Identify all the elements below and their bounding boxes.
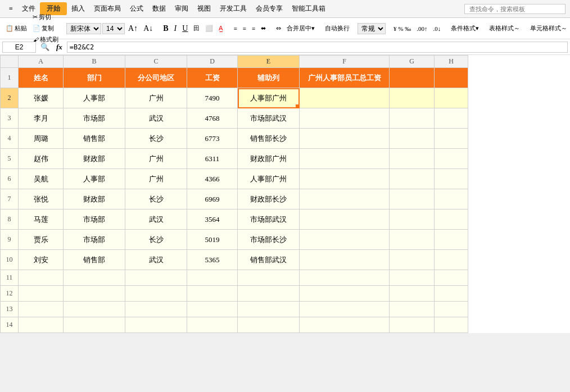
cell-F12[interactable] [300, 286, 390, 302]
cell-C12[interactable] [125, 286, 187, 302]
row-header-7[interactable]: 7 [1, 189, 19, 209]
cell-D14[interactable] [187, 317, 238, 333]
menu-smart-tools[interactable]: 智能工具箱 [287, 3, 330, 15]
formula-input[interactable] [67, 42, 568, 53]
underline-button[interactable]: U [180, 23, 190, 34]
cell-G3[interactable] [390, 108, 435, 129]
conditional-format-btn[interactable]: 条件格式▾ [449, 23, 481, 34]
italic-button[interactable]: I [172, 23, 179, 34]
cell-C10[interactable]: 武汉 [125, 250, 187, 270]
cell-A8[interactable]: 马莲 [19, 209, 64, 230]
auto-wrap-button[interactable]: 自动换行 [323, 23, 352, 34]
header-cell-g[interactable] [390, 68, 435, 88]
cell-H14[interactable] [435, 317, 468, 333]
cell-H8[interactable] [435, 209, 468, 230]
cell-B10[interactable]: 销售部 [64, 250, 125, 270]
cell-F5[interactable] [300, 149, 390, 169]
cell-C6[interactable]: 广州 [125, 169, 187, 189]
cell-reference-input[interactable] [2, 42, 36, 53]
cell-F4[interactable] [300, 129, 390, 149]
cell-H2[interactable] [435, 88, 468, 108]
cell-E4[interactable]: 销售部长沙 [238, 129, 300, 149]
cell-B2[interactable]: 人事部 [64, 88, 125, 108]
col-header-G[interactable]: G [390, 56, 435, 68]
cell-E9[interactable]: 市场部长沙 [238, 230, 300, 250]
row-header-12[interactable]: 12 [1, 286, 19, 302]
menu-data[interactable]: 数据 [148, 3, 170, 15]
cell-A4[interactable]: 周璐 [19, 129, 64, 149]
cell-D5[interactable]: 6311 [187, 149, 238, 169]
cell-E14[interactable] [238, 317, 300, 333]
cell-C13[interactable] [125, 302, 187, 317]
cell-E2[interactable]: 人事部广州 [238, 88, 300, 108]
paste-button[interactable]: 📋 粘贴 [3, 23, 29, 34]
number-format-select[interactable]: 常规 [358, 23, 386, 34]
cell-E13[interactable] [238, 302, 300, 317]
cell-A2[interactable]: 张媛 [19, 88, 64, 108]
row-header-10[interactable]: 10 [1, 250, 19, 270]
cell-H6[interactable] [435, 169, 468, 189]
cell-A3[interactable]: 李月 [19, 108, 64, 129]
row-header-14[interactable]: 14 [1, 317, 19, 333]
cell-F6[interactable] [300, 169, 390, 189]
cell-C3[interactable]: 武汉 [125, 108, 187, 129]
merge-center-button[interactable]: 合并居中▾ [284, 23, 317, 34]
font-color-button[interactable]: A̲ [216, 24, 225, 33]
cell-D7[interactable]: 6969 [187, 189, 238, 209]
cell-E6[interactable]: 人事部广州 [238, 169, 300, 189]
cell-G14[interactable] [390, 317, 435, 333]
decimal-decrease-btn[interactable]: .0↓ [431, 24, 443, 33]
cell-H9[interactable] [435, 230, 468, 250]
cell-G4[interactable] [390, 129, 435, 149]
cell-H13[interactable] [435, 302, 468, 317]
cell-H10[interactable] [435, 250, 468, 270]
cell-B7[interactable]: 财政部 [64, 189, 125, 209]
menu-vip[interactable]: 会员专享 [251, 3, 287, 15]
cell-H4[interactable] [435, 129, 468, 149]
cell-A10[interactable]: 刘安 [19, 250, 64, 270]
align-center-btn[interactable]: ≡ [241, 24, 248, 33]
col-header-C[interactable]: C [125, 56, 187, 68]
fill-color-button[interactable]: ⬜ [203, 24, 215, 33]
cell-E5[interactable]: 财政部广州 [238, 149, 300, 169]
percent-btn[interactable]: ¥ % ‰ [391, 24, 413, 33]
row-header-13[interactable]: 13 [1, 302, 19, 317]
cell-D9[interactable]: 5019 [187, 230, 238, 250]
search-input[interactable] [464, 4, 566, 14]
cell-C5[interactable]: 广州 [125, 149, 187, 169]
align-left-btn[interactable]: ≡ [231, 24, 239, 33]
cell-G2[interactable] [390, 88, 435, 108]
cell-C9[interactable]: 长沙 [125, 230, 187, 250]
cell-G13[interactable] [390, 302, 435, 317]
cell-C4[interactable]: 长沙 [125, 129, 187, 149]
border-button[interactable]: 田 [191, 23, 202, 34]
cell-C8[interactable]: 武汉 [125, 209, 187, 230]
cell-F8[interactable] [300, 209, 390, 230]
cell-B8[interactable]: 市场部 [64, 209, 125, 230]
wrap-text-button[interactable]: ⇔ [274, 24, 283, 33]
cell-F2[interactable] [300, 88, 390, 108]
cell-B5[interactable]: 财政部 [64, 149, 125, 169]
align-right-btn[interactable]: ≡ [250, 24, 257, 33]
cell-C7[interactable]: 长沙 [125, 189, 187, 209]
cell-F10[interactable] [300, 250, 390, 270]
cell-F13[interactable] [300, 302, 390, 317]
cell-A14[interactable] [19, 317, 64, 333]
header-cell-dept[interactable]: 部门 [64, 68, 125, 88]
row-header-11[interactable]: 11 [1, 270, 19, 286]
row-header-3[interactable]: 3 [1, 108, 19, 129]
cell-G7[interactable] [390, 189, 435, 209]
cell-B11[interactable] [64, 270, 125, 286]
cell-D8[interactable]: 3564 [187, 209, 238, 230]
cell-B9[interactable]: 市场部 [64, 230, 125, 250]
cell-style-btn[interactable]: 单元格样式～ [528, 23, 569, 34]
menu-icon[interactable]: ≡ [4, 3, 17, 14]
bold-button[interactable]: B [161, 23, 170, 34]
cell-H7[interactable] [435, 189, 468, 209]
col-header-F[interactable]: F [300, 56, 390, 68]
cell-E11[interactable] [238, 270, 300, 286]
col-header-H[interactable]: H [435, 56, 468, 68]
menu-review[interactable]: 审阅 [170, 3, 193, 15]
decimal-increase-btn[interactable]: .00↑ [414, 24, 429, 33]
col-header-A[interactable]: A [19, 56, 64, 68]
